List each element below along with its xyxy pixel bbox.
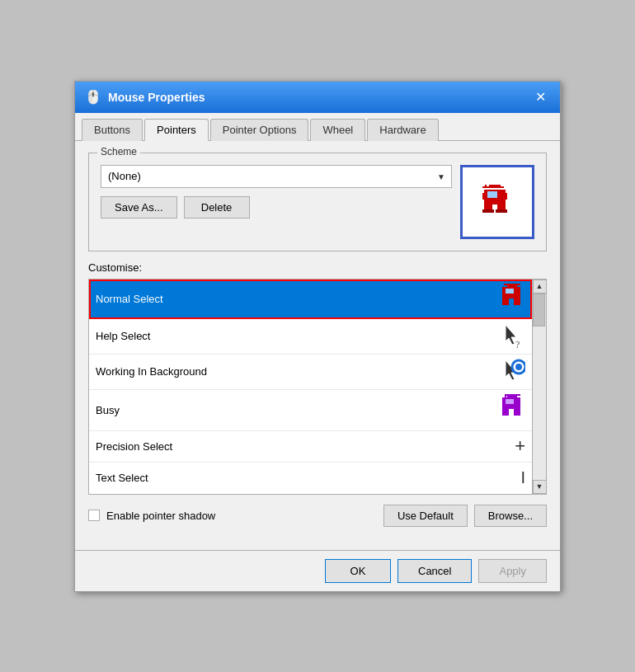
scroll-up-arrow[interactable]: ▲: [533, 280, 547, 294]
scheme-group-label: Scheme: [97, 146, 140, 157]
svg-rect-4: [482, 193, 486, 200]
scroll-thumb[interactable]: [533, 294, 545, 327]
list-item-working-in-background[interactable]: Working In Background: [89, 355, 532, 390]
svg-rect-30: [506, 399, 514, 404]
bottom-row: Enable pointer shadow Use Default Browse…: [88, 505, 547, 527]
svg-rect-20: [514, 298, 520, 305]
scheme-row: (None) Save As... Delete: [101, 165, 534, 239]
apply-button[interactable]: Apply: [478, 559, 547, 583]
tab-pointer-options[interactable]: Pointer Options: [210, 119, 309, 141]
scroll-down-arrow[interactable]: ▼: [533, 480, 547, 494]
mouse-icon: 🖱️: [85, 89, 101, 105]
svg-rect-18: [506, 289, 514, 294]
working-bg-label: Working In Background: [96, 365, 207, 378]
close-button[interactable]: ✕: [530, 87, 550, 107]
svg-rect-9: [482, 209, 494, 213]
enable-shadow-checkbox[interactable]: [88, 510, 100, 521]
svg-text:?: ?: [515, 339, 520, 350]
svg-rect-15: [507, 284, 517, 287]
ok-button[interactable]: OK: [325, 559, 391, 583]
svg-rect-16: [517, 284, 520, 285]
list-item-normal-select[interactable]: Normal Select: [89, 280, 532, 319]
svg-rect-33: [502, 394, 505, 396]
scheme-select-wrapper: (None): [101, 165, 452, 188]
tab-buttons[interactable]: Buttons: [82, 119, 143, 141]
list-item-busy[interactable]: Busy: [89, 390, 532, 431]
browse-button[interactable]: Browse...: [474, 505, 547, 527]
tab-bar: Buttons Pointers Pointer Options Wheel H…: [75, 113, 560, 141]
tab-pointers[interactable]: Pointers: [144, 119, 209, 141]
list-item-help-select[interactable]: Help Select ?: [89, 319, 532, 355]
svg-rect-1: [489, 185, 501, 188]
use-default-button[interactable]: Use Default: [383, 505, 468, 527]
cursor-preview-box: [460, 165, 534, 239]
svg-rect-2: [501, 186, 504, 188]
enable-shadow-text: Enable pointer shadow: [106, 510, 215, 522]
svg-rect-14: [504, 284, 507, 285]
scheme-btn-row: Save As... Delete: [101, 196, 452, 219]
scroll-track: [533, 294, 546, 480]
scheme-left: (None) Save As... Delete: [101, 165, 452, 239]
svg-rect-28: [517, 394, 520, 396]
svg-rect-31: [502, 409, 509, 416]
scheme-group: Scheme (None) Save As... Delete: [88, 153, 547, 251]
dialog-footer: OK Cancel Apply: [75, 550, 560, 591]
content-area: Scheme (None) Save As... Delete: [75, 141, 560, 550]
svg-rect-27: [507, 394, 517, 397]
svg-point-25: [515, 364, 522, 370]
preview-cursor-icon: [482, 185, 512, 219]
busy-label: Busy: [96, 404, 120, 416]
svg-rect-34: [505, 394, 506, 397]
svg-rect-19: [502, 298, 509, 305]
normal-select-icon: [502, 284, 525, 314]
customise-label: Customise:: [88, 261, 547, 274]
svg-rect-32: [514, 409, 520, 416]
svg-rect-5: [504, 193, 507, 200]
list-item-precision-select[interactable]: Precision Select +: [89, 431, 532, 463]
precision-select-icon: +: [515, 435, 525, 457]
working-bg-icon: [502, 359, 525, 385]
text-select-label: Text Select: [96, 472, 148, 484]
busy-icon: [502, 394, 525, 426]
title-bar-left: 🖱️ Mouse Properties: [85, 89, 205, 105]
tab-wheel[interactable]: Wheel: [310, 119, 365, 141]
list-item-text-select[interactable]: Text Select I: [89, 463, 532, 494]
delete-button[interactable]: Delete: [184, 196, 250, 219]
svg-rect-10: [496, 209, 507, 213]
precision-select-label: Precision Select: [96, 440, 172, 453]
tab-hardware[interactable]: Hardware: [367, 119, 438, 141]
cursor-list: Normal Select: [88, 279, 547, 495]
cancel-button[interactable]: Cancel: [397, 559, 472, 583]
text-select-icon: I: [520, 468, 525, 487]
cursor-action-buttons: Use Default Browse...: [383, 505, 547, 527]
svg-rect-12: [482, 185, 485, 186]
svg-rect-13: [485, 185, 487, 188]
svg-rect-6: [487, 191, 497, 198]
title-bar: 🖱️ Mouse Properties ✕: [75, 82, 560, 113]
list-content: Normal Select: [89, 280, 532, 494]
enable-shadow-label[interactable]: Enable pointer shadow: [88, 510, 215, 522]
help-select-icon: ?: [502, 323, 525, 350]
list-scrollbar: ▲ ▼: [532, 280, 546, 494]
mouse-properties-window: 🖱️ Mouse Properties ✕ Buttons Pointers P…: [74, 81, 561, 592]
help-select-label: Help Select: [96, 330, 150, 342]
normal-select-label: Normal Select: [96, 293, 163, 305]
save-as-button[interactable]: Save As...: [101, 196, 177, 219]
scheme-select[interactable]: (None): [101, 165, 452, 188]
window-title: Mouse Properties: [108, 91, 205, 104]
